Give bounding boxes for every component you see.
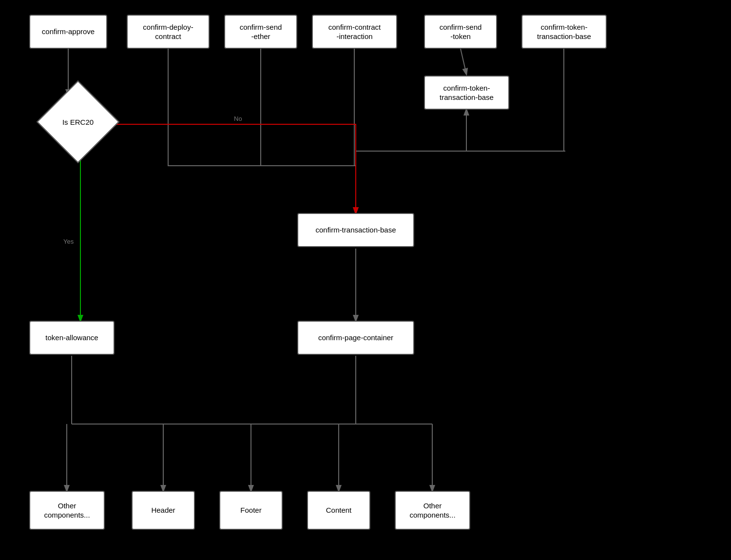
confirm-page-container-node: confirm-page-container (297, 321, 414, 355)
confirm-send-ether-node: confirm-send -ether (224, 15, 297, 49)
header-node: Header (132, 491, 195, 530)
confirm-deploy-contract-node: confirm-deploy- contract (127, 15, 210, 49)
other-components-left-node: Other components... (29, 491, 105, 530)
confirm-contract-interaction-node: confirm-contract -interaction (312, 15, 397, 49)
is-erc20-diamond: Is ERC20 (49, 93, 112, 156)
confirm-approve-node: confirm-approve (29, 15, 107, 49)
footer-node: Footer (219, 491, 283, 530)
confirm-send-token-node: confirm-send -token (424, 15, 497, 49)
confirm-token-transaction-base-top-node: confirm-token- transaction-base (521, 15, 607, 49)
arrows-svg: No Yes (0, 0, 731, 560)
svg-line-1 (461, 49, 466, 74)
svg-text:Yes: Yes (63, 238, 74, 245)
flowchart-diagram: No Yes confirm-approve (0, 0, 731, 560)
other-components-right-node: Other components... (395, 491, 470, 530)
token-allowance-node: token-allowance (29, 321, 115, 355)
svg-text:No: No (234, 115, 242, 122)
confirm-token-transaction-base-node: confirm-token- transaction-base (424, 76, 509, 110)
content-node: Content (307, 491, 370, 530)
confirm-transaction-base-node: confirm-transaction-base (297, 213, 414, 247)
